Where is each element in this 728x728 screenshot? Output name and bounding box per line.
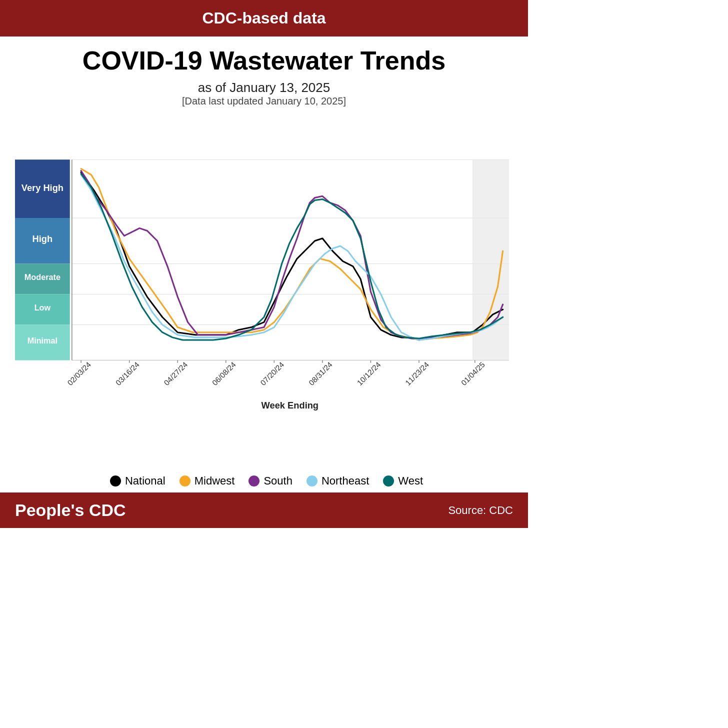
legend-northeast-label: Northeast bbox=[322, 474, 369, 488]
svg-text:11/23/24: 11/23/24 bbox=[404, 360, 430, 387]
svg-text:High: High bbox=[32, 234, 53, 244]
svg-text:Low: Low bbox=[34, 303, 51, 312]
date-updated: [Data last updated January 10, 2025] bbox=[182, 96, 346, 107]
svg-text:Minimal: Minimal bbox=[28, 336, 58, 345]
south-dot bbox=[248, 476, 260, 486]
date-info: as of January 13, 2025 [Data last update… bbox=[182, 80, 346, 107]
svg-text:06/08/24: 06/08/24 bbox=[210, 360, 238, 387]
legend: National Midwest South Northeast West bbox=[105, 474, 423, 488]
header-subtitle: CDC-based data bbox=[10, 9, 518, 28]
svg-text:01/04/25: 01/04/25 bbox=[460, 360, 486, 387]
svg-rect-10 bbox=[72, 160, 509, 360]
footer: People's CDC Source: CDC bbox=[0, 492, 528, 528]
legend-west-label: West bbox=[398, 474, 423, 488]
svg-text:04/27/24: 04/27/24 bbox=[162, 360, 189, 387]
national-dot bbox=[110, 476, 121, 486]
date-main: as of January 13, 2025 bbox=[182, 80, 346, 96]
svg-text:07/20/24: 07/20/24 bbox=[258, 360, 286, 387]
svg-text:02/03/24: 02/03/24 bbox=[66, 360, 92, 387]
legend-northeast: Northeast bbox=[306, 474, 369, 488]
chart-title: COVID-19 Wastewater Trends bbox=[82, 46, 446, 75]
svg-text:Week Ending: Week Ending bbox=[262, 400, 318, 410]
footer-source: Source: CDC bbox=[448, 504, 513, 517]
midwest-dot bbox=[180, 476, 190, 486]
svg-text:Moderate: Moderate bbox=[24, 272, 60, 282]
legend-south-label: South bbox=[264, 474, 292, 488]
footer-brand: People's CDC bbox=[15, 500, 126, 520]
svg-text:03/16/24: 03/16/24 bbox=[114, 360, 141, 387]
west-dot bbox=[383, 476, 394, 486]
chart-area: Very High High Moderate Low Minimal bbox=[15, 117, 513, 466]
svg-text:Very High: Very High bbox=[22, 182, 64, 193]
legend-south: South bbox=[248, 474, 292, 488]
svg-text:08/31/24: 08/31/24 bbox=[307, 360, 334, 387]
legend-midwest-label: Midwest bbox=[194, 474, 235, 488]
legend-midwest: Midwest bbox=[180, 474, 235, 488]
svg-text:10/12/24: 10/12/24 bbox=[356, 360, 382, 387]
legend-national: National bbox=[110, 474, 166, 488]
legend-west: West bbox=[383, 474, 423, 488]
legend-national-label: National bbox=[125, 474, 166, 488]
header: CDC-based data bbox=[0, 0, 528, 36]
main-content: COVID-19 Wastewater Trends as of January… bbox=[0, 36, 528, 492]
northeast-dot bbox=[306, 476, 318, 486]
